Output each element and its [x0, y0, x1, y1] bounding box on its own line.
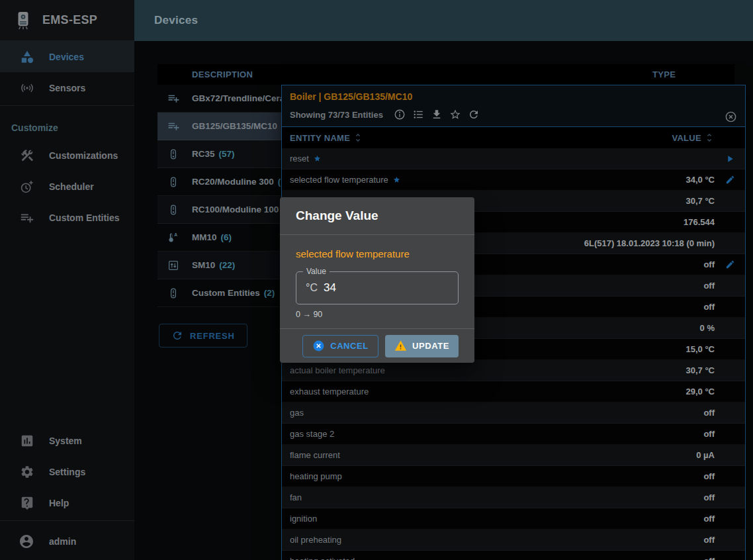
dialog-body: selected flow temperature Value °C 34 0 … — [280, 235, 474, 328]
ems-esp-app: EMS-ESP Devices Devices Sensors Customiz… — [0, 0, 753, 560]
value-input-label: Value — [303, 267, 330, 276]
cancel-button[interactable]: CANCEL — [302, 335, 378, 357]
change-value-dialog: Change Value selected flow temperature V… — [280, 197, 474, 363]
entity-label: selected flow temperature — [296, 248, 459, 259]
dialog-title: Change Value — [296, 209, 378, 222]
unit-adornment: °C — [306, 282, 318, 294]
cancel-label: CANCEL — [330, 341, 369, 351]
value-range-helper: 0 → 90 — [296, 310, 459, 319]
update-label: UPDATE — [412, 341, 449, 351]
dialog-header: Change Value — [280, 197, 474, 235]
update-button[interactable]: UPDATE — [385, 335, 459, 357]
warning-icon — [394, 340, 407, 352]
cancel-circle-icon — [312, 340, 325, 352]
value-input[interactable]: Value °C 34 — [296, 271, 459, 304]
value-input-text: 34 — [324, 281, 336, 295]
dialog-footer: CANCEL UPDATE — [280, 328, 474, 363]
